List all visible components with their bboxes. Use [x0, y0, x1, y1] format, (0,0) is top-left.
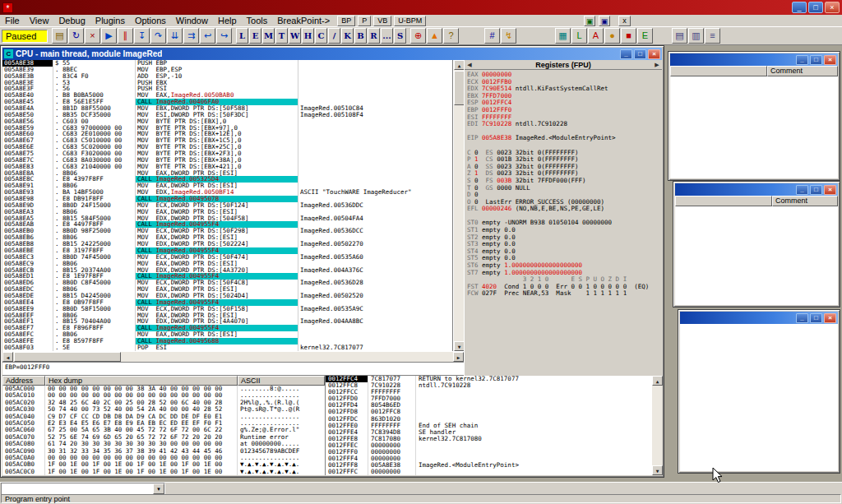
stack-row[interactable]: 0012FFF8005A8E38ImageRed.<ModuleEntryPoi…	[326, 462, 651, 469]
plugin-icon-12[interactable]: ▥	[688, 28, 704, 44]
run-button[interactable]: ▶	[101, 28, 117, 44]
disasm-row[interactable]: 005A8E8A. 8B06MOV EAX,DWORD PTR DS:[ESI]	[2, 170, 452, 177]
disasm-row[interactable]: 005A8E56. C603 00MOV BYTE PTR DS:[EBX],0	[2, 118, 452, 125]
menu-item-debug[interactable]: Debug	[53, 15, 90, 27]
disasm-row[interactable]: 005A8EF1. 8B15 70404A00MOV EDX,DWORD PTR…	[2, 318, 452, 325]
dump-row[interactable]: 005AC07052 75 6E 74 69 6D 65 20 65 72 72…	[2, 434, 325, 441]
dump-address-header[interactable]: Address	[2, 376, 45, 386]
scroll-thumb[interactable]	[14, 352, 121, 362]
disassembly-hscrollbar[interactable]: ◀ ▶	[2, 351, 464, 362]
disasm-row[interactable]: 005A8E83. C683 21040000 00MOV BYTE PTR D…	[2, 164, 452, 170]
stack-row[interactable]: 0012FFCCFFFFFFFF	[326, 389, 651, 395]
dump-row[interactable]: 005AC050E2 E3 E4 E5 E6 E7 E8 E9 EA EB EC…	[2, 420, 325, 427]
registers-prev-icon[interactable]: ◀	[465, 62, 474, 68]
register-line[interactable]: ECX 0012FFB0	[467, 79, 662, 86]
dump-row[interactable]: 005AC09030 31 32 33 34 35 36 37 38 39 41…	[2, 448, 325, 455]
register-line[interactable]: EAX 00000000	[467, 72, 662, 79]
step-into-button[interactable]: ↧	[134, 28, 150, 44]
table-button-1[interactable]: L	[236, 28, 248, 44]
disasm-row[interactable]: 005A8EAB. E8 4497F8FFCALL ImageRed.00495…	[2, 221, 452, 228]
plugin-icon-9[interactable]: ■	[621, 28, 636, 44]
disasm-row[interactable]: 005A8EE9. 8B0D 58F15000MOV ECX,DWORD PTR…	[2, 306, 452, 312]
disasm-row[interactable]: 005A8E45. E8 56E1E5FFCALL ImageRed.00406…	[2, 99, 452, 105]
plugin-icon-10[interactable]: E	[637, 28, 653, 44]
stack-row[interactable]: 0012FFF000000000	[326, 449, 651, 455]
register-line[interactable]: EIP 005A8E38 ImageRed.<ModuleEntryPoint>	[467, 135, 662, 142]
disasm-row[interactable]: 005A8EDE. 8B15 D4245000MOV EDX,DWORD PTR…	[2, 293, 452, 299]
side-window-2-body[interactable]	[675, 206, 838, 305]
register-line[interactable]: Z 1 DS 0023 32bit 0(FFFFFFFF)	[467, 170, 662, 178]
dump-row[interactable]: 005AC00000 00 00 00 00 00 00 00 38 3A 40…	[2, 386, 325, 392]
stack-row[interactable]: 0012FFEC00000000	[326, 442, 651, 449]
menu-plugin-icon-2[interactable]: ▣	[599, 16, 610, 26]
disasm-row[interactable]: 005A8EC3. 8B0D 74F45000MOV ECX,DWORD PTR…	[2, 254, 452, 261]
menu-button-ubpm[interactable]: U-BPM	[394, 16, 426, 26]
dump-row[interactable]: 005AC03050 74 40 00 73 52 40 00 54 2A 40…	[2, 406, 325, 413]
stack-row[interactable]: 0012FFD48054B6ED	[326, 402, 651, 409]
disasm-row[interactable]: 005A8E50. 8B35 DCF35000MOV ESI,DWORD PTR…	[2, 112, 452, 118]
app-minimize-button[interactable]: _	[792, 2, 807, 13]
table-button-8[interactable]: /	[328, 28, 340, 44]
disasm-row[interactable]: 005A8E91. 8B06MOV EAX,DWORD PTR DS:[ESI]	[2, 183, 452, 189]
scroll-left-button[interactable]: ◀	[2, 352, 13, 362]
register-line[interactable]: ESP 0012FFC4	[467, 99, 662, 107]
register-line[interactable]: EBX 7FFD7000	[467, 93, 662, 100]
disasm-row[interactable]: 005A8ED1. E8 1E97F8FFCALL ImageRed.00495…	[2, 273, 452, 280]
disasm-row[interactable]: 005A8E8C. E8 4397F8FFCALL ImageRed.00532…	[2, 176, 452, 183]
app-close-button[interactable]: ×	[825, 2, 840, 13]
register-line[interactable]: ST6 empty 1.0000000000000000000	[467, 262, 662, 270]
disasm-row[interactable]: 005A8EFE. E8 8597F8FFCALL ImageRed.00495…	[2, 338, 452, 344]
table-button-10[interactable]: B	[354, 28, 367, 44]
register-line[interactable]: ST0 empty -UNORM B938 01050104 00000000	[467, 220, 662, 227]
register-line[interactable]: P 1 CS 001B 32bit 0(FFFFFFFF)	[467, 156, 662, 164]
cpu-minimize-button[interactable]: _	[620, 49, 632, 59]
disasm-row[interactable]: 005A8E3F. 56PUSH ESI	[2, 86, 452, 92]
stack-row[interactable]: 0012FFC87C910228ntdll.7C910228	[326, 382, 651, 389]
register-line[interactable]: ST2 empty 0.0	[467, 234, 662, 242]
disasm-row[interactable]: 005A8E93. BA 14BF5000MOV EDX,ImageRed.00…	[2, 189, 452, 196]
menu-item-file[interactable]: File	[0, 15, 25, 27]
side-window-2-titlebar[interactable]: _ □ ×	[675, 183, 838, 196]
side-window-2-maximize-button[interactable]: □	[810, 185, 822, 195]
disasm-row[interactable]: 005A8EA3. 8B06MOV EAX,DWORD PTR DS:[ESI]	[2, 209, 452, 215]
disasm-row[interactable]: 005A8E6E. C683 5C020000 00MOV BYTE PTR D…	[2, 144, 452, 150]
disasm-row[interactable]: 005A8EBE. E8 3197F8FFCALL ImageRed.00495…	[2, 247, 452, 254]
disasm-row[interactable]: 005A8E98. E8 DB91F8FFCALL ImageRed.00495…	[2, 196, 452, 202]
animate-over-button[interactable]: ⇉	[183, 28, 199, 44]
side-window-1-titlebar[interactable]: _ □ ×	[670, 53, 838, 66]
table-button-11[interactable]: R	[368, 28, 380, 44]
animate-into-button[interactable]: ⇊	[167, 28, 183, 44]
table-button-7[interactable]: C	[315, 28, 327, 44]
open-file-button[interactable]: ▤	[52, 28, 67, 44]
disasm-row[interactable]: 005A8E4A. 8B1D 88F55000MOV EBX,DWORD PTR…	[2, 105, 452, 112]
close-program-button[interactable]: ×	[85, 28, 100, 44]
app-maximize-button[interactable]: □	[808, 2, 823, 13]
dump-row[interactable]: 005AC0B01F 00 1E 00 1F 00 1E 00 1F 00 1E…	[2, 461, 325, 468]
plugin-icon-4[interactable]: ↯	[501, 28, 516, 44]
dump-row[interactable]: 005AC0C01F 00 1E 00 1F 00 1E 00 1F 00 1E…	[2, 469, 325, 475]
register-line[interactable]: ST5 empty 0.0	[467, 255, 662, 262]
menu-item-tools[interactable]: Tools	[242, 15, 273, 27]
side-window-3-minimize-button[interactable]: _	[796, 313, 808, 323]
stack-row[interactable]: 0012FFE87C817080kernel32.7C817080	[326, 436, 651, 442]
menu-button-p[interactable]: P	[358, 16, 371, 26]
menu-item-options[interactable]: Options	[130, 15, 171, 27]
stack-row[interactable]: 0012FFD07FFD7000	[326, 395, 651, 402]
plugin-icon-1[interactable]: ⊕	[410, 28, 426, 44]
disasm-row[interactable]: 005A8EC9. 8B06MOV EAX,DWORD PTR DS:[ESI]	[2, 261, 452, 267]
register-line[interactable]: EDX 7C90E514 ntdll.KiFastSystemCallRet	[467, 86, 662, 93]
side-window-2-close-button[interactable]: ×	[824, 185, 836, 195]
register-line[interactable]	[467, 128, 662, 136]
dump-row[interactable]: 005AC08061 74 20 30 30 30 30 30 30 30 30…	[2, 441, 325, 447]
disasm-row[interactable]: 005A8EDC. 8B06MOV EAX,DWORD PTR DS:[ESI]	[2, 286, 452, 293]
disasm-row[interactable]: 005A8ED6. 8B0D C8F45000MOV ECX,DWORD PTR…	[2, 280, 452, 286]
blank-column-header[interactable]	[675, 196, 772, 206]
table-button-4[interactable]: T	[275, 28, 288, 44]
register-line[interactable]: S 0 FS 003B 32bit 7FFDF000(FFF)	[467, 178, 662, 185]
stack-row[interactable]: 0012FFFC00000000	[326, 469, 651, 475]
pause-button[interactable]: ∥	[118, 28, 133, 44]
table-button-3[interactable]: M	[262, 28, 275, 44]
disasm-row[interactable]: 005A8E3B. 83C4 F0ADD ESP,-10	[2, 73, 452, 80]
dump-row[interactable]: 005AC040C9 D7 CF CC CD DB D8 DA D9 CA DC…	[2, 414, 325, 420]
dump-row[interactable]: 005AC0A000 00 00 00 00 00 00 00 00 00 00…	[2, 455, 325, 461]
